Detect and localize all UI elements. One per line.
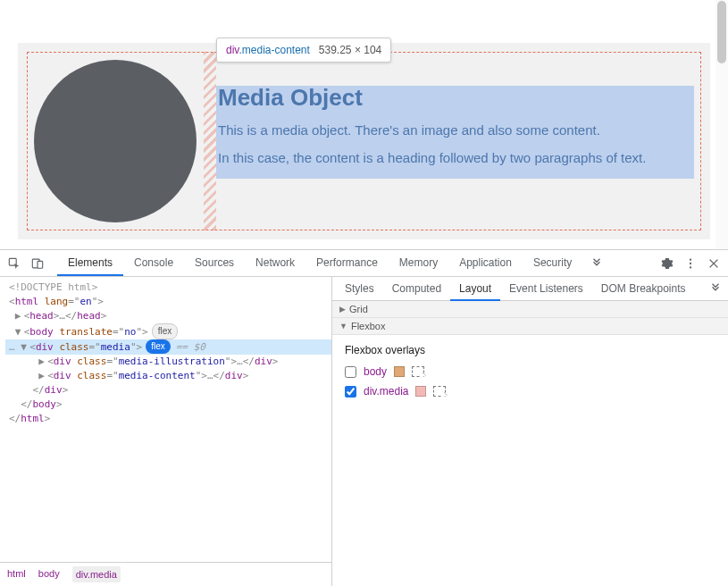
tab-memory[interactable]: Memory <box>389 250 448 276</box>
svg-point-5 <box>690 266 691 268</box>
tab-event-listeners[interactable]: Event Listeners <box>500 277 592 301</box>
more-tabs-icon[interactable] <box>588 255 606 272</box>
section-label: Grid <box>349 304 368 314</box>
kebab-icon[interactable] <box>682 255 699 272</box>
section-grid[interactable]: ▶ Grid <box>332 301 728 318</box>
flexbox-overlays: Flexbox overlays body div.media <box>332 335 728 414</box>
dom-line[interactable]: </div> <box>5 383 331 398</box>
flex-badge[interactable]: flex <box>152 323 179 339</box>
media-content: div.media-content 539.25 × 104 Media Obj… <box>216 52 701 230</box>
flexbox-overlays-title: Flexbox overlays <box>345 344 715 356</box>
media-heading: Media Object <box>218 84 692 112</box>
placeholder-circle <box>34 60 197 222</box>
tab-application[interactable]: Application <box>448 250 523 276</box>
dom-line[interactable]: ▶<head>…</head> <box>5 309 331 323</box>
flexbox-overlay-row: body <box>345 365 715 378</box>
media-illustration <box>27 52 204 230</box>
side-tabs: Styles Computed Layout Event Listeners D… <box>332 277 728 301</box>
breadcrumb-item[interactable]: html <box>7 566 26 582</box>
side-panel: Styles Computed Layout Event Listeners D… <box>332 277 728 586</box>
devtools-toolbar: Elements Console Sources Network Perform… <box>0 250 728 277</box>
breadcrumb-item-current[interactable]: div.media <box>72 566 121 582</box>
dom-line-selected[interactable]: … ▼<div class="media">flex== $0 <box>5 339 331 355</box>
dom-line[interactable]: ▼<body translate="no">flex <box>5 323 331 339</box>
breadcrumb-item[interactable]: body <box>38 566 60 582</box>
more-tabs-icon[interactable] <box>707 280 724 297</box>
devtools: Elements Console Sources Network Perform… <box>0 250 728 586</box>
page-canvas: div.media-content 539.25 × 104 Media Obj… <box>18 43 710 239</box>
tab-layout[interactable]: Layout <box>450 277 500 301</box>
chevron-down-icon: ▼ <box>339 322 347 331</box>
inspect-tooltip: div.media-content 539.25 × 104 <box>216 38 391 63</box>
media-row: div.media-content 539.25 × 104 Media Obj… <box>27 52 701 230</box>
dom-line[interactable]: <html lang="en"> <box>5 295 331 309</box>
eq-dollar-zero: == $0 <box>176 341 205 353</box>
dom-line[interactable]: </html> <box>5 412 331 426</box>
overlay-label[interactable]: body <box>364 365 387 378</box>
section-flexbox[interactable]: ▼ Flexbox <box>332 318 728 335</box>
svg-point-3 <box>690 258 691 260</box>
overlay-label[interactable]: div.media <box>364 385 408 398</box>
dom-line[interactable]: ▶<div class="media-content">…</div> <box>5 369 331 383</box>
svg-rect-2 <box>38 261 43 268</box>
tab-security[interactable]: Security <box>523 250 582 276</box>
flexbox-overlay-row: div.media <box>345 385 715 398</box>
page-scrollbar[interactable] <box>715 0 728 249</box>
overlay-toggle-icon[interactable] <box>433 386 446 397</box>
dom-line[interactable]: <!DOCTYPE html> <box>5 280 331 295</box>
tab-dom-breakpoints[interactable]: DOM Breakpoints <box>592 277 695 301</box>
color-swatch[interactable] <box>415 386 426 397</box>
gear-icon[interactable] <box>658 255 676 272</box>
inspect-element-icon[interactable] <box>5 255 23 272</box>
flex-badge-active[interactable]: flex <box>146 339 171 354</box>
devtools-body: <!DOCTYPE html> <html lang="en"> ▶<head>… <box>0 277 728 586</box>
device-toolbar-icon[interactable] <box>29 255 46 272</box>
tooltip-tag: div.media-content <box>226 44 310 56</box>
tooltip-dimensions: 539.25 × 104 <box>319 44 381 56</box>
overlay-checkbox-divmedia[interactable] <box>345 386 356 398</box>
tab-sources[interactable]: Sources <box>184 250 245 276</box>
svg-point-4 <box>690 262 691 264</box>
dom-line[interactable]: ▶<div class="media-illustration">…</div> <box>5 355 331 369</box>
color-swatch[interactable] <box>394 366 405 377</box>
chevron-right-icon: ▶ <box>339 305 346 314</box>
media-paragraph: This is a media object. There's an image… <box>218 122 692 138</box>
overlay-toggle-icon[interactable] <box>412 366 424 377</box>
devtools-top-tabs: Elements Console Sources Network Perform… <box>57 250 582 276</box>
dom-line[interactable]: </body> <box>5 398 331 412</box>
tab-styles[interactable]: Styles <box>336 277 383 301</box>
breadcrumb: html body div.media <box>0 562 331 586</box>
tab-elements[interactable]: Elements <box>57 250 123 276</box>
overlay-checkbox-body[interactable] <box>345 366 356 378</box>
media-paragraph: In this case, the content is a heading f… <box>218 150 692 165</box>
dom-panel: <!DOCTYPE html> <html lang="en"> ▶<head>… <box>0 277 332 586</box>
dom-tree[interactable]: <!DOCTYPE html> <html lang="en"> ▶<head>… <box>0 277 331 562</box>
tab-network[interactable]: Network <box>245 250 305 276</box>
tab-computed[interactable]: Computed <box>383 277 450 301</box>
section-label: Flexbox <box>351 321 386 331</box>
tab-performance[interactable]: Performance <box>305 250 389 276</box>
page-viewport: div.media-content 539.25 × 104 Media Obj… <box>0 0 728 250</box>
tab-console[interactable]: Console <box>123 250 184 276</box>
close-icon[interactable] <box>705 255 723 272</box>
